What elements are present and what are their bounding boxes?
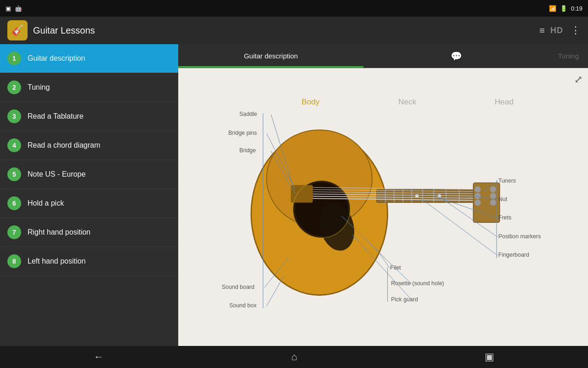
item-badge-3: 3	[7, 109, 21, 123]
bridge-pins-label: Bridge pins	[228, 130, 257, 136]
tab-tuning[interactable]: Tuning	[549, 44, 588, 68]
frets-label: Frets	[498, 214, 511, 221]
recents-button[interactable]: ▣	[474, 347, 505, 367]
svg-line-35	[266, 275, 284, 306]
item-badge-2: 2	[7, 80, 21, 94]
sidebar-item-guitar-description[interactable]: 1 Guitar description	[0, 44, 178, 73]
tab-guitar-description-label: Guitar description	[244, 52, 298, 60]
svg-point-16	[475, 186, 481, 192]
sidebar-item-right-hand[interactable]: 7 Right hand position	[0, 218, 178, 247]
nut-label: Nut	[498, 196, 508, 202]
sidebar-label-7: Right hand position	[28, 228, 90, 237]
sidebar-item-chord-diagram[interactable]: 4 Read a chord diagram	[0, 131, 178, 160]
item-badge-7: 7	[7, 225, 21, 239]
sidebar-label-3: Read a Tablature	[28, 112, 84, 121]
sidebar-item-left-hand[interactable]: 8 Left hand position	[0, 247, 178, 276]
device-icon: ▣	[6, 5, 11, 12]
sidebar-label-4: Read a chord diagram	[28, 141, 100, 150]
item-badge-5: 5	[7, 167, 21, 181]
guitar-diagram-area: ⤢ Body Neck Head	[178, 68, 588, 346]
chat-icon: 💬	[451, 51, 462, 62]
item-badge-1: 1	[7, 52, 21, 65]
sidebar-label-8: Left hand position	[28, 257, 85, 266]
wifi-icon: 📶	[549, 5, 556, 12]
tab-guitar-description[interactable]: Guitar description	[178, 44, 363, 68]
content-area: Guitar description 💬 Tuning ⤢ Body Neck …	[178, 44, 588, 346]
android-icon: 🤖	[15, 5, 22, 12]
filet-label: Filet	[390, 264, 401, 271]
body-label: Body	[301, 97, 320, 106]
app-bar: 🎸 Guitar Lessons ≡ HD ⋮	[0, 17, 588, 44]
tab-bar: Guitar description 💬 Tuning	[178, 44, 588, 68]
tuners-label: Tuners	[498, 178, 516, 184]
neck-label: Neck	[398, 97, 417, 106]
sidebar-item-hold-pick[interactable]: 6 Hold a pick	[0, 189, 178, 218]
svg-point-20	[475, 200, 481, 206]
item-badge-4: 4	[7, 138, 21, 152]
more-options-icon[interactable]: ⋮	[571, 24, 581, 36]
hamburger-icon[interactable]: ≡	[539, 25, 545, 36]
status-left: ▣ 🤖	[6, 5, 22, 12]
back-button[interactable]: ←	[83, 347, 115, 367]
bridge-label: Bridge	[239, 147, 256, 154]
position-markers-label: Position markers	[498, 233, 541, 240]
battery-icon: 🔋	[560, 5, 567, 12]
sidebar-item-tuning[interactable]: 2 Tuning	[0, 73, 178, 102]
sound-board-label: Sound board	[222, 284, 254, 290]
head-label: Head	[495, 97, 514, 106]
sound-box-label: Sound box	[229, 302, 257, 309]
item-badge-8: 8	[7, 254, 21, 268]
sidebar-label-6: Hold a pick	[28, 199, 64, 208]
sidebar-item-tablature[interactable]: 3 Read a Tablature	[0, 102, 178, 131]
sidebar-label-5: Note US - Europe	[28, 170, 85, 179]
svg-point-19	[490, 193, 496, 199]
time-display: 0:19	[571, 5, 582, 12]
pick-guard-label: Pick guard	[391, 296, 418, 303]
hd-label[interactable]: HD	[550, 26, 563, 35]
svg-point-21	[490, 200, 496, 206]
app-icon: 🎸	[7, 20, 28, 40]
tab-chat[interactable]: 💬	[363, 44, 548, 68]
guitar-diagram-svg: Body Neck Head	[187, 75, 579, 339]
status-bar: ▣ 🤖 📶 🔋 0:19	[0, 0, 588, 17]
sidebar-item-note-us-europe[interactable]: 5 Note US - Europe	[0, 160, 178, 189]
tuning-label: Tuning	[558, 52, 579, 60]
status-right: 📶 🔋 0:19	[549, 5, 582, 12]
expand-icon[interactable]: ⤢	[574, 74, 582, 86]
sidebar-label-2: Tuning	[28, 83, 50, 92]
item-badge-6: 6	[7, 196, 21, 210]
fingerboard-label: Fingerboard	[498, 252, 529, 258]
bottom-nav: ← ⌂ ▣	[0, 346, 588, 368]
app-title: Guitar Lessons	[33, 25, 530, 36]
sidebar: 1 Guitar description 2 Tuning 3 Read a T…	[0, 44, 178, 346]
saddle-label: Saddle	[239, 111, 257, 117]
sidebar-label-1: Guitar description	[28, 54, 85, 63]
app-bar-right: HD ⋮	[550, 24, 581, 36]
svg-point-17	[490, 186, 496, 192]
main-layout: 1 Guitar description 2 Tuning 3 Read a T…	[0, 44, 588, 346]
home-button[interactable]: ⌂	[280, 347, 308, 367]
